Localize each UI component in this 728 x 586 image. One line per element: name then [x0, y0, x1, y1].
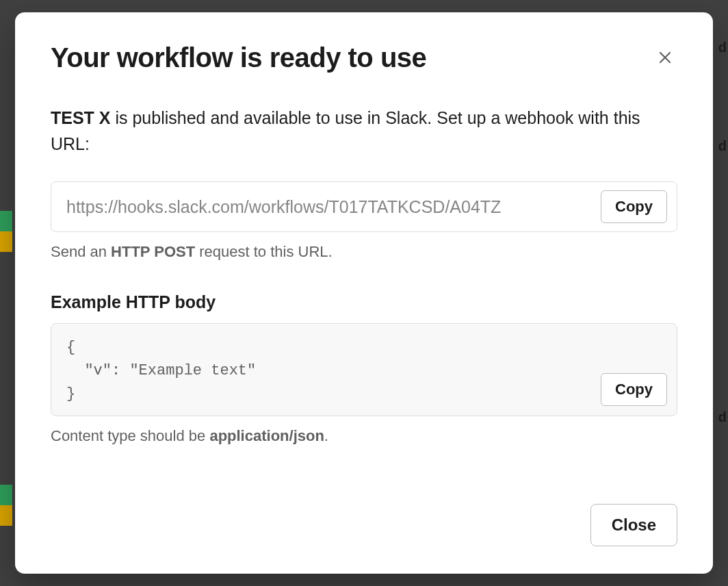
bg-stripe: [0, 231, 12, 252]
modal-header: Your workflow is ready to use: [51, 41, 677, 74]
workflow-ready-modal: Your workflow is ready to use TEST X is …: [15, 12, 713, 574]
close-button[interactable]: Close: [590, 504, 677, 546]
description-rest: is published and available to use in Sla…: [51, 108, 640, 153]
workflow-description: TEST X is published and available to use…: [51, 105, 677, 157]
copy-body-button[interactable]: Copy: [601, 373, 667, 406]
webhook-url[interactable]: https://hooks.slack.com/workflows/T017TA…: [66, 197, 593, 217]
copy-url-button[interactable]: Copy: [601, 190, 667, 223]
bg-letter: d: [718, 40, 727, 55]
content-type-helper: Content type should be application/json.: [51, 427, 677, 445]
close-icon: [657, 49, 673, 66]
url-helper-text: Send an HTTP POST request to this URL.: [51, 243, 677, 261]
bg-stripe: [0, 211, 12, 231]
example-body-code[interactable]: { "v": "Example text" }: [66, 336, 667, 406]
example-body-heading: Example HTTP body: [51, 292, 677, 312]
bg-letter: d: [718, 138, 727, 154]
close-icon-button[interactable]: [653, 45, 677, 70]
workflow-name: TEST X: [51, 108, 111, 127]
bg-letter: d: [718, 409, 727, 425]
bg-stripe: [0, 485, 12, 505]
example-body-box: { "v": "Example text" } Copy: [51, 323, 677, 416]
modal-footer: Close: [51, 483, 677, 546]
modal-title: Your workflow is ready to use: [51, 41, 426, 74]
bg-stripe: [0, 505, 12, 526]
webhook-url-box: https://hooks.slack.com/workflows/T017TA…: [51, 181, 677, 232]
